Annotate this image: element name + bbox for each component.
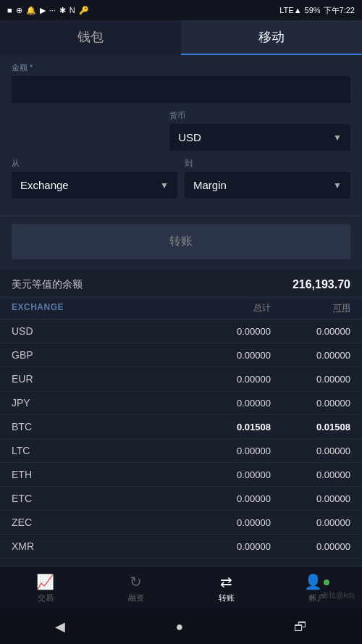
table-row[interactable]: LTC0.000000.00000 <box>0 439 362 463</box>
td-currency: XMR <box>12 540 184 552</box>
td-total: 0.00000 <box>184 469 271 480</box>
back-button[interactable]: ◀ <box>55 619 65 635</box>
chevron-down-icon: ▼ <box>160 180 169 191</box>
icon-bell: 🔔 <box>26 6 36 15</box>
icon-circle: ⊕ <box>16 6 22 15</box>
td-total: 0.01508 <box>184 422 271 432</box>
table-row[interactable]: JPY0.000000.00000 <box>0 391 362 415</box>
table-row[interactable]: ETH0.000000.00000 <box>0 463 362 487</box>
signal-icon: LTE▲ <box>279 6 301 14</box>
chevron-down-icon: ▼ <box>333 180 342 191</box>
td-total: 0.00000 <box>184 541 271 552</box>
nav-icon-转账: ⇄ <box>220 573 232 590</box>
td-total: 0.00000 <box>184 446 271 456</box>
amount-label: 金额 * <box>12 62 350 73</box>
td-total: 0.00000 <box>184 350 271 361</box>
td-currency: USD <box>12 325 184 337</box>
nav-label-融资: 融资 <box>128 593 144 603</box>
battery-icon: 59% <box>305 6 321 14</box>
nav-label-交易: 交易 <box>38 593 54 603</box>
currency-value: USD <box>178 131 201 143</box>
status-left-icons: ■ ⊕ 🔔 ▶ ··· ✱ N 🔑 <box>7 6 89 15</box>
tab-wallet[interactable]: 钱包 <box>0 20 181 55</box>
icon-key: 🔑 <box>79 6 89 15</box>
td-total: 0.00000 <box>184 374 271 385</box>
to-select[interactable]: Margin ▼ <box>185 172 350 198</box>
home-button[interactable]: ● <box>176 619 184 635</box>
td-available: 0.00000 <box>271 398 350 409</box>
from-value: Exchange <box>20 179 69 191</box>
nav-label-转账: 转账 <box>219 593 235 603</box>
td-currency: ETC <box>12 493 184 504</box>
nav-item-融资[interactable]: ↻融资 <box>90 566 181 609</box>
balance-value: 216,193.70 <box>292 278 350 291</box>
td-currency: BTC <box>12 421 184 432</box>
table-row[interactable]: BTC0.015080.01508 <box>0 415 362 439</box>
form-area: 金额 * 货币 USD ▼ 从 Exchange ▼ 到 Margin ▼ <box>0 55 362 216</box>
th-currency: EXCHANGE <box>12 302 184 314</box>
th-total: 总计 <box>184 302 271 314</box>
table-row[interactable]: GBP0.000000.00000 <box>0 343 362 367</box>
th-available: 可用 <box>271 302 350 314</box>
tab-move[interactable]: 移动 <box>181 20 362 55</box>
td-available: 0.00000 <box>271 446 350 456</box>
transfer-btn-container: 转账 <box>0 216 362 269</box>
recents-button[interactable]: 🗗 <box>294 619 307 635</box>
to-value: Margin <box>193 179 227 191</box>
nav-icon-帐户: 👤 <box>304 573 329 590</box>
td-available: 0.00000 <box>271 374 350 385</box>
td-currency: LTC <box>12 445 184 456</box>
td-total: 0.00000 <box>184 493 271 504</box>
td-available: 0.01508 <box>271 422 350 432</box>
nav-icon-交易: 📈 <box>36 573 54 590</box>
td-available: 0.00000 <box>271 326 350 337</box>
amount-input[interactable] <box>12 76 350 103</box>
table-row[interactable]: EUR0.000000.00000 <box>0 367 362 391</box>
table-row[interactable]: XMR0.000000.00000 <box>0 535 362 559</box>
balance-area: 美元等值的余额 216,193.70 <box>0 269 362 298</box>
td-total: 0.00000 <box>184 517 271 528</box>
nav-item-转账[interactable]: ⇄转账 <box>181 566 272 609</box>
time-display: 下午7:22 <box>324 5 355 16</box>
currency-select[interactable]: USD ▼ <box>169 124 350 151</box>
table-header: EXCHANGE 总计 可用 <box>0 298 362 319</box>
from-select[interactable]: Exchange ▼ <box>12 172 177 198</box>
icon-play: ▶ <box>40 6 46 15</box>
table-row[interactable]: ZEC0.000000.00000 <box>0 511 362 535</box>
nav-item-帐户[interactable]: 👤帐户 <box>272 566 362 609</box>
form-selects-row: 货币 USD ▼ <box>12 110 350 151</box>
transfer-button[interactable]: 转账 <box>12 224 350 259</box>
td-currency: GBP <box>12 349 184 361</box>
from-label: 从 <box>12 158 177 169</box>
currency-field: 货币 USD ▼ <box>169 110 350 151</box>
td-total: 0.00000 <box>184 398 271 409</box>
icon-nfc: N <box>70 6 75 14</box>
td-available: 0.00000 <box>271 517 350 528</box>
status-bar: ■ ⊕ 🔔 ▶ ··· ✱ N 🔑 LTE▲ 59% 下午7:22 <box>0 0 362 20</box>
icon-box: ■ <box>7 6 12 14</box>
balance-label: 美元等值的余额 <box>12 278 83 291</box>
icon-bluetooth: ✱ <box>59 6 66 15</box>
td-currency: ETH <box>12 469 184 480</box>
badge-dot <box>324 580 329 585</box>
td-available: 0.00000 <box>271 350 350 361</box>
to-label: 到 <box>185 158 350 169</box>
td-total: 0.00000 <box>184 326 271 337</box>
nav-item-交易[interactable]: 📈交易 <box>0 566 90 609</box>
nav-icon-融资: ↻ <box>130 573 142 590</box>
from-field: 从 Exchange ▼ <box>12 158 177 198</box>
status-right-info: LTE▲ 59% 下午7:22 <box>279 5 355 16</box>
currency-label: 货币 <box>169 110 350 121</box>
bottom-nav: 📈交易↻融资⇄转账👤帐户 <box>0 566 362 609</box>
to-field: 到 Margin ▼ <box>185 158 350 198</box>
system-nav: ◀ ● 🗗 <box>0 609 362 644</box>
chevron-down-icon: ▼ <box>333 133 342 143</box>
amount-field: 金额 * <box>12 62 350 103</box>
td-available: 0.00000 <box>271 541 350 552</box>
table-row[interactable]: ETC0.000000.00000 <box>0 487 362 511</box>
from-to-row: 从 Exchange ▼ 到 Margin ▼ <box>12 158 350 198</box>
td-currency: EUR <box>12 373 184 385</box>
top-tab-bar: 钱包 移动 <box>0 20 362 55</box>
td-available: 0.00000 <box>271 469 350 480</box>
table-row[interactable]: USD0.000000.00000 <box>0 319 362 343</box>
